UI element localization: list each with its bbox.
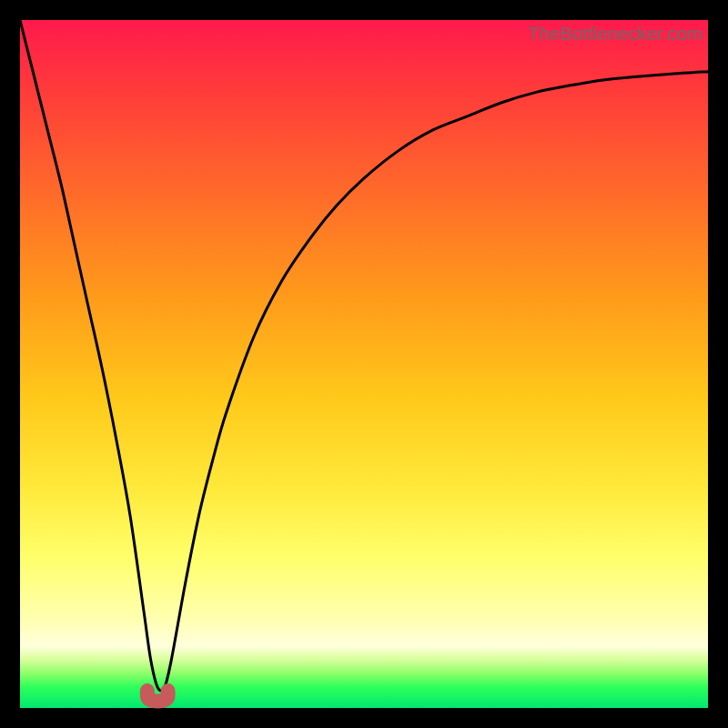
chart-area: TheBottlenecker.com xyxy=(20,20,708,708)
optimal-marker xyxy=(147,691,168,701)
bottleneck-plot xyxy=(20,20,708,708)
bottleneck-curve xyxy=(20,20,708,691)
